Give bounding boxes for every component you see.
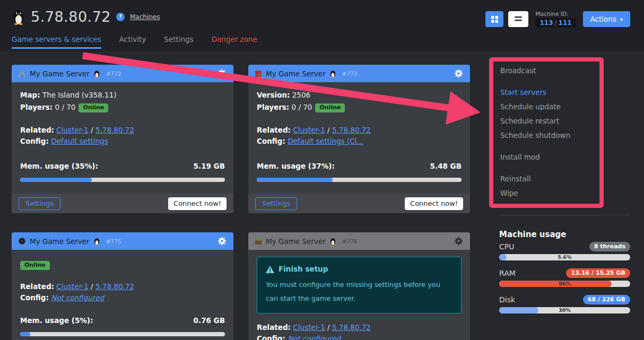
actions-button[interactable]: Actions▾ [583,11,630,27]
machine-id-block: Machine ID: 113/111 [535,11,576,28]
penguin-icon [94,70,100,77]
config-line: Config: Not configured [257,333,462,340]
menu-item-wipe[interactable]: Wipe [500,186,596,200]
machine-link[interactable]: 5.78.80.72 [332,126,371,134]
version-line: Version: 2506 [257,90,462,101]
server-card-header[interactable]: My Game Server #775 [12,232,233,250]
machines-link[interactable]: Machines [130,13,160,21]
penguin-icon [330,70,336,77]
menu-item-start-servers[interactable]: Start servers [500,85,596,100]
connect-now-button[interactable]: Connect now! [405,197,463,210]
disk-badge: 68 / 226 GB [583,295,630,304]
game-icon [255,71,262,77]
connect-now-button[interactable]: Connect now! [168,197,227,210]
memory-progress-bar [20,332,225,336]
menu-item-reinstall[interactable]: Reinstall [500,172,596,186]
ram-badge: 13.16 / 15.25 GB [566,268,630,278]
gear-icon[interactable] [454,69,463,78]
server-id: #776 [342,238,358,245]
menu-item-broadcast[interactable]: Broadcast [500,64,596,78]
memory-value: 5.48 GB [430,161,462,172]
status-badge: Online [79,103,108,112]
config-line: Config: Not configured [20,292,225,303]
players-line: Players: 0 / 70Online [20,102,225,113]
disk-row: Disk 68 / 226 GB [499,294,630,306]
server-title: My Game Server [266,69,326,78]
server-card-header[interactable]: My Game Server #772 [12,65,233,82]
config-line: Config: Default settings [20,136,225,147]
ram-row: RAM 13.16 / 15.25 GB [499,267,630,279]
config-line: Config: Default settings (Cl... [257,136,462,147]
server-title: My Game Server [266,237,326,246]
list-view-button[interactable] [508,11,528,27]
settings-button[interactable]: Settings [19,197,60,210]
disk-percent: 30% [499,307,630,313]
server-card-header[interactable]: My Game Server #773 [248,65,470,82]
cpu-row: CPU 8 threads [499,241,630,252]
server-card-header[interactable]: My Game Server #776 [248,232,470,250]
alert-text: You must configure the missing settings … [266,278,452,306]
related-line: Related: Cluster-1 / 5.78.80.72 [257,125,462,136]
tab-bar: Game servers & services Activity Setting… [12,35,257,49]
finish-setup-alert: Finish setup You must configure the miss… [257,257,462,313]
machine-id-badge: 113/111 [535,18,576,28]
caret-down-icon: ▾ [620,16,623,22]
cluster-link[interactable]: Cluster-1 [56,126,89,134]
tab-game-servers[interactable]: Game servers & services [12,35,101,49]
related-line: Related: Cluster-1 / 5.78.80.72 [257,322,462,333]
cluster-link[interactable]: Cluster-1 [56,282,89,291]
gear-icon[interactable] [454,237,463,246]
cluster-link[interactable]: Cluster-1 [293,126,325,134]
ram-percent: 86% [499,281,630,287]
config-link[interactable]: Default settings (Cl... [288,137,363,145]
gear-icon[interactable] [217,237,227,246]
memory-usage-row: Mem. usage (5%):0.76 GB [20,315,225,326]
menu-item-schedule-update[interactable]: Schedule update [500,100,596,114]
gear-icon[interactable] [217,69,227,78]
related-line: Related: Cluster-1 / 5.78.80.72 [20,125,225,136]
menu-item-schedule-shutdown[interactable]: Schedule shutdown [500,128,596,143]
server-title: My Game Server [30,69,90,78]
players-line: Players: 0 / 70Online [257,102,462,113]
settings-button[interactable]: Settings [255,197,297,210]
server-actions-menu: Broadcast Start servers Schedule update … [500,64,596,200]
game-icon [19,238,25,245]
machine-link[interactable]: 5.78.80.72 [332,323,371,332]
list-icon [515,16,522,22]
grid-view-button[interactable] [485,11,503,27]
machine-link[interactable]: 5.78.80.72 [95,282,134,291]
server-id: #773 [342,71,358,77]
alert-title: Finish setup [266,264,452,275]
penguin-icon [94,238,100,245]
machine-link[interactable]: 5.78.80.72 [95,126,134,134]
server-card-footer: Settings Connect now! [248,194,470,213]
config-link[interactable]: Not configured [51,293,104,302]
memory-usage-row: Mem. usage (35%):5.19 GB [20,161,225,172]
cpu-percent: 5.6% [499,254,630,260]
related-line: Related: Cluster-1 / 5.78.80.72 [20,281,225,292]
tab-danger-zone[interactable]: Danger zone [212,35,257,49]
server-card-772: My Game Server #772 Map: The Island (v35… [12,65,233,213]
cpu-progress-bar: 5.6% [499,254,630,260]
server-card-footer: Settings Connect now! [12,194,233,213]
menu-item-schedule-restart[interactable]: Schedule restart [500,114,596,128]
server-title: My Game Server [30,237,90,246]
server-id: #775 [106,238,121,245]
disk-progress-bar: 30% [499,307,630,313]
game-icon [19,71,25,77]
warning-icon [266,266,274,273]
memory-value: 5.19 GB [194,161,225,172]
machine-usage-title: Machine usage [499,229,630,240]
game-icon [255,238,262,245]
status-line: Online [20,259,225,271]
tab-activity[interactable]: Activity [119,35,146,49]
cluster-link[interactable]: Cluster-1 [293,323,325,332]
menu-item-install-mod[interactable]: Install mod [500,150,596,164]
config-link[interactable]: Not configured [288,334,341,340]
tab-settings[interactable]: Settings [164,35,193,49]
help-icon[interactable]: ? [116,13,125,21]
ram-label: RAM [499,269,516,277]
map-line: Map: The Island (v358.11) [20,90,225,101]
status-badge: Online [20,261,50,270]
config-link[interactable]: Default settings [51,137,108,145]
